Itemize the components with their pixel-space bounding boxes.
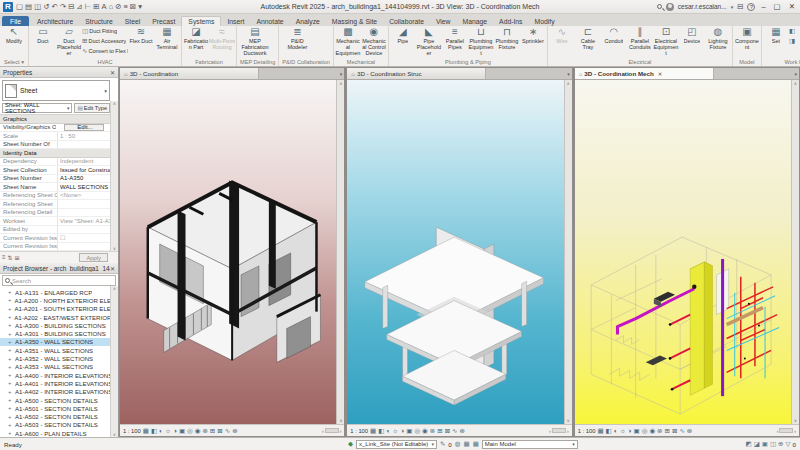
ribbon-button[interactable]: ∗ Sprinkler [520, 26, 546, 57]
ribbon-button[interactable]: ▩ Mechanical Equipment [335, 26, 361, 57]
sheet-item[interactable]: + A1-A201 - SOUTH EXTERIOR ELEVATION [0, 305, 118, 313]
expand-icon[interactable]: + [8, 314, 12, 320]
shadows-icon[interactable]: ◑ [400, 426, 404, 436]
show-crop-region-icon[interactable]: ◎ [187, 426, 193, 436]
sheet-item[interactable]: + A1-A352 - WALL SECTIONS [0, 354, 118, 362]
sheet-item[interactable]: + A1-A500 - SECTION DETAILS [0, 396, 118, 404]
design-option-dropdown-icon[interactable]: ▾ [572, 441, 575, 447]
ribbon-panel-label[interactable]: Mechanical [334, 57, 388, 66]
ribbon-button[interactable]: ◨ [789, 36, 800, 46]
ribbon-tab[interactable]: File [2, 16, 29, 26]
ribbon-tab[interactable]: Manage [457, 17, 494, 26]
ribbon-panel-label[interactable]: Select ▾ [0, 57, 28, 66]
property-row[interactable]: Sheet Number Of [0, 141, 110, 150]
ribbon-button[interactable]: ≡ Parallel Pipes [442, 26, 468, 57]
open-folder-icon[interactable]: ▤ [25, 2, 32, 12]
tab-overflow-icon[interactable]: ▾ [567, 71, 570, 77]
type-selector[interactable]: Sheet ▾ [2, 80, 110, 101]
select-underlay-icon[interactable]: ◪ [754, 440, 760, 448]
property-row[interactable]: Referencing Detail [0, 209, 110, 218]
view-scale[interactable]: 1 : 100 [123, 428, 141, 434]
shadows-icon[interactable]: ◑ [628, 426, 632, 436]
show-crop-icon[interactable]: ▦ [143, 426, 149, 436]
expand-icon[interactable]: + [8, 347, 13, 353]
ribbon-button[interactable]: ◍ Lighting Fixture [705, 26, 731, 57]
print-icon[interactable]: ⊟ [68, 2, 74, 12]
ribbon-button[interactable]: ≈ Multi-Point Routing [209, 26, 235, 57]
ribbon-button[interactable]: ▦ Set [763, 26, 789, 57]
ribbon-tab[interactable]: Collaborate [383, 17, 430, 26]
tag-icon[interactable]: ⊞ [93, 2, 99, 12]
revit-logo-icon[interactable]: R [3, 2, 13, 12]
expand-icon[interactable]: + [8, 430, 13, 436]
ribbon-button[interactable]: ◢ Pipe [390, 26, 416, 57]
expand-icon[interactable]: + [8, 422, 13, 428]
ribbon-tab[interactable]: Systems [181, 16, 221, 26]
show-analytical-model-icon[interactable]: ∿ [679, 426, 684, 436]
horizontal-scrollbar[interactable]: ‹› [777, 428, 796, 434]
ribbon-panel-label[interactable]: Plumbing & Piping [389, 57, 547, 66]
redo-icon[interactable]: ↷ [60, 2, 66, 12]
properties-scrollbar[interactable]: ∧ ∨ [110, 101, 118, 251]
sync-icon[interactable]: ↺ [43, 2, 49, 12]
temporary-view-properties-icon[interactable]: ⊠ [672, 426, 677, 436]
text-icon[interactable]: A [102, 2, 107, 12]
worksharing-display-icon[interactable]: ⊞ [437, 426, 442, 436]
design-option-select[interactable]: Main Model ▾ [482, 440, 578, 449]
design-options-grid-icon[interactable]: ▦ [463, 440, 469, 448]
ribbon-tab[interactable]: Massing & Site [326, 17, 383, 26]
close-project-browser-icon[interactable]: ✕ [110, 265, 115, 272]
ribbon-button[interactable]: ◠ Conduit [601, 26, 627, 57]
sheet-item[interactable]: + A1-A300 - BUILDING SECTIONS [0, 321, 118, 329]
sheet-item[interactable]: + A1-A202 - EAST/WEST EXTERIOR ELEVAT [0, 313, 118, 321]
undo-icon[interactable]: ↶ [52, 2, 58, 12]
ribbon-button[interactable]: ▦ Air Terminal [154, 26, 180, 57]
select-links-icon[interactable]: ◩ [745, 440, 751, 448]
section-icon[interactable]: ⊘ [115, 2, 121, 12]
tab-overflow-icon[interactable]: ▾ [794, 71, 797, 77]
search-icon[interactable] [657, 4, 662, 9]
property-row[interactable]: Workset View "Sheet: A1-A350... [0, 217, 110, 226]
view-scale[interactable]: 1 : 100 [350, 428, 368, 434]
ribbon-tab[interactable]: Annotate [250, 17, 289, 26]
expand-icon[interactable]: + [8, 397, 13, 403]
view-tab-coordination-mech[interactable]: ⌂ 3D - Coordination Mech ✕ [575, 68, 714, 79]
scroll-down-icon[interactable]: ∨ [113, 246, 116, 251]
show-analytical-model-icon[interactable]: ∿ [225, 426, 230, 436]
expand-icon[interactable]: + [8, 306, 12, 312]
drawing-area-coordination-struc[interactable]: ∧ ∨ [347, 80, 571, 424]
property-row[interactable]: Referencing Sheet [0, 200, 110, 209]
ribbon-button[interactable]: ⊏ Cable Tray [575, 26, 601, 57]
editable-only-icon[interactable]: ✎ [440, 440, 445, 448]
property-row[interactable]: Referencing Sheet C... <None> [0, 192, 110, 201]
close-button[interactable]: ✕ [787, 2, 797, 11]
expand-icon[interactable]: + [8, 414, 13, 420]
expand-icon[interactable]: + [8, 405, 13, 411]
ribbon-tab[interactable]: Steel [119, 17, 147, 26]
crop-view-icon[interactable]: ▣ [634, 426, 640, 436]
reveal-hidden-elements-icon[interactable]: ⊚ [430, 426, 435, 436]
user-dropdown-icon[interactable]: ▾ [731, 4, 734, 10]
workset-dropdown-icon[interactable]: ▾ [431, 441, 434, 447]
temporary-hide-isolate-icon[interactable]: ◉ [649, 426, 655, 436]
crop-view-icon[interactable]: ▣ [179, 426, 185, 436]
worksharing-display-icon[interactable]: ⊞ [665, 426, 670, 436]
ribbon-button[interactable]: ◉ Mechanical Control Device [361, 26, 387, 57]
ribbon-button[interactable]: ◫ Duct Fitting [82, 26, 128, 36]
sheet-item[interactable]: + A1-A353 - WALL SECTIONS [0, 363, 118, 371]
detail-level-icon[interactable]: ◧ [606, 426, 612, 436]
reveal-hidden-elements-icon[interactable]: ⊚ [657, 426, 662, 436]
expand-icon[interactable]: + [8, 322, 13, 328]
switch-windows-icon[interactable]: ▾ [138, 2, 142, 12]
horizontal-scrollbar[interactable]: ‹› [322, 428, 341, 434]
expand-icon[interactable]: + [8, 364, 13, 370]
expand-icon[interactable]: + [8, 331, 13, 337]
ribbon-tab[interactable]: Modify [529, 17, 561, 26]
active-workset-select[interactable]: x_Link_Site (Not Editable) ▾ [356, 440, 437, 449]
ribbon-button[interactable]: ∿ Convert to Flex Duct [82, 46, 128, 56]
show-crop-icon[interactable]: ▦ [597, 426, 603, 436]
default-3d-view-icon[interactable]: ⌂ [109, 2, 114, 12]
visual-style-icon[interactable]: ◐ [614, 426, 618, 436]
drawing-area-coordination-mech[interactable]: ∧ ∨ [575, 80, 799, 424]
scroll-up-icon[interactable]: ∧ [113, 101, 116, 106]
